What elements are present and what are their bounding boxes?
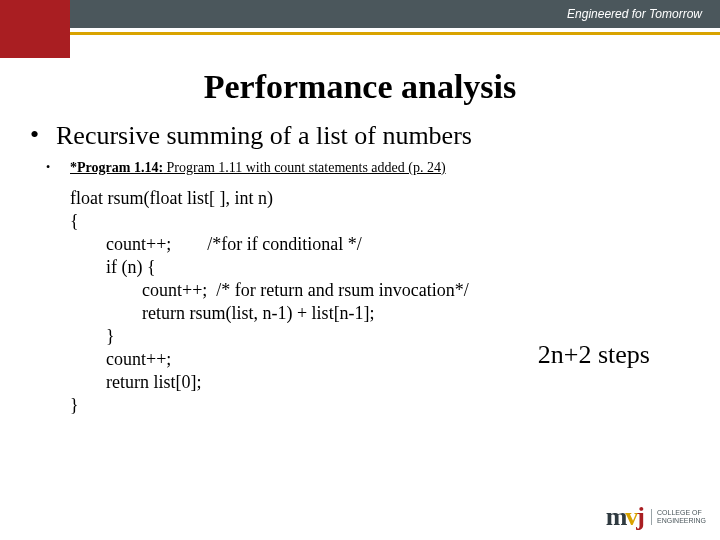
program-label: *Program 1.14: (70, 160, 163, 175)
code-line: { (70, 211, 79, 231)
logo-mark: m v j (606, 504, 645, 530)
code-block: float rsum(float list[ ], int n) { count… (70, 187, 690, 417)
bullet-level1: • Recursive summing of a list of numbers (30, 122, 690, 151)
code-line: } (70, 395, 79, 415)
code-line: return list[0]; (70, 372, 201, 392)
footer-logo: m v j COLLEGE OF ENGINEERING (606, 504, 706, 530)
code-line: float rsum(float list[ ], int n) (70, 188, 273, 208)
logo-letter-j: j (636, 504, 645, 530)
code-line: count++; (70, 349, 171, 369)
banner-accent-block (0, 0, 70, 28)
code-line: return rsum(list, n-1) + list[n-1]; (70, 303, 375, 323)
code-line: count++; /*for if conditional */ (70, 234, 362, 254)
banner-underline (70, 32, 720, 35)
bullet-level1-text: Recursive summing of a list of numbers (56, 122, 472, 151)
code-line: } (70, 326, 115, 346)
side-accent-block (0, 28, 70, 58)
slide-title: Performance analysis (30, 68, 690, 106)
bullet-dot-small: • (30, 159, 70, 176)
code-line: if (n) { (70, 257, 156, 277)
complexity-label: 2n+2 steps (538, 340, 650, 370)
logo-text-line1: COLLEGE OF (657, 509, 706, 517)
bullet-level2: • *Program 1.14: Program 1.11 with count… (30, 159, 690, 177)
banner-tagline: Engineered for Tomorrow (70, 0, 720, 28)
bullet-dot: • (30, 122, 56, 148)
logo-letter-m: m (606, 504, 628, 530)
top-banner: Engineered for Tomorrow (0, 0, 720, 28)
logo-text-line2: ENGINEERING (657, 517, 706, 525)
program-reference: *Program 1.14: Program 1.11 with count s… (70, 159, 446, 177)
code-line: count++; /* for return and rsum invocati… (70, 280, 469, 300)
program-rest: Program 1.11 with count statements added… (163, 160, 446, 175)
logo-text: COLLEGE OF ENGINEERING (651, 509, 706, 524)
